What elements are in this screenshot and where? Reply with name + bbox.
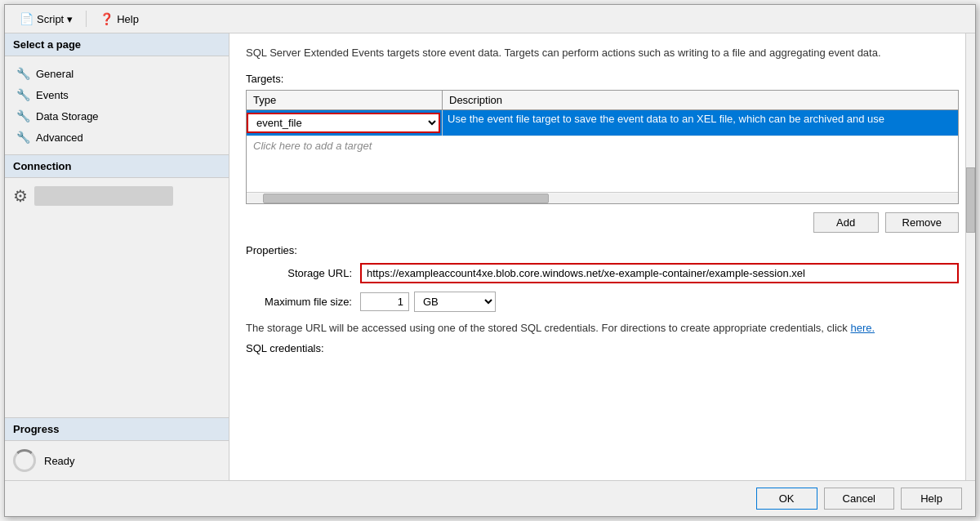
vertical-scrollbar[interactable] bbox=[965, 33, 975, 480]
ok-button[interactable]: OK bbox=[756, 488, 817, 510]
help-label: Help bbox=[117, 13, 139, 25]
sidebar-item-label: Events bbox=[36, 89, 69, 101]
remove-button[interactable]: Remove bbox=[885, 212, 959, 233]
col-description-header: Description bbox=[443, 91, 958, 109]
storage-url-label: Storage URL: bbox=[246, 267, 360, 279]
targets-table: Type Description event_file Use the even… bbox=[246, 90, 959, 204]
footer-help-button[interactable]: Help bbox=[901, 488, 962, 510]
data-storage-icon: 🔧 bbox=[16, 109, 29, 122]
storage-url-value bbox=[360, 263, 959, 283]
connection-section: Connection ⚙ bbox=[5, 154, 229, 214]
connection-header: Connection bbox=[5, 155, 229, 178]
dialog: Script Help Select a page 🔧 General 🔧 Ev… bbox=[4, 4, 976, 517]
sql-credentials-label: SQL credentials: bbox=[246, 342, 959, 354]
connection-icon: ⚙ bbox=[13, 186, 28, 206]
left-panel: Select a page 🔧 General 🔧 Events 🔧 Data … bbox=[5, 33, 229, 480]
toolbar-separator bbox=[86, 11, 87, 27]
properties-label: Properties: bbox=[246, 244, 959, 256]
right-panel: SQL Server Extended Events targets store… bbox=[229, 33, 975, 480]
targets-table-header: Type Description bbox=[247, 91, 958, 110]
footer: OK Cancel Help bbox=[5, 480, 975, 516]
progress-status: Ready bbox=[44, 455, 75, 467]
col-type-header: Type bbox=[247, 91, 443, 109]
scrollbar-track bbox=[247, 194, 958, 203]
general-icon: 🔧 bbox=[16, 67, 29, 80]
events-icon: 🔧 bbox=[16, 88, 29, 101]
max-file-size-row: Maximum file size: KB MB GB TB bbox=[246, 292, 959, 312]
add-target-placeholder[interactable]: Click here to add a target bbox=[247, 136, 958, 155]
file-size-unit-select[interactable]: KB MB GB TB bbox=[414, 292, 496, 312]
sidebar-item-label: Advanced bbox=[36, 131, 83, 144]
main-content: Select a page 🔧 General 🔧 Events 🔧 Data … bbox=[5, 33, 975, 480]
type-cell: event_file bbox=[247, 110, 443, 136]
progress-spinner bbox=[13, 449, 36, 472]
scrollbar-thumb[interactable] bbox=[263, 194, 549, 203]
sidebar-item-label: General bbox=[36, 68, 74, 80]
connection-placeholder bbox=[34, 186, 173, 206]
sidebar-item-general[interactable]: 🔧 General bbox=[5, 63, 229, 84]
file-size-input[interactable] bbox=[360, 292, 409, 311]
type-dropdown-wrapper[interactable]: event_file bbox=[247, 113, 440, 133]
type-select[interactable]: event_file bbox=[248, 114, 439, 131]
help-button[interactable]: Help bbox=[93, 10, 145, 28]
storage-url-input[interactable] bbox=[360, 263, 959, 283]
description-cell: Use the event file target to save the ev… bbox=[443, 110, 958, 136]
select-page-header: Select a page bbox=[5, 33, 229, 56]
add-remove-buttons: Add Remove bbox=[246, 207, 959, 238]
sidebar-item-events[interactable]: 🔧 Events bbox=[5, 84, 229, 105]
script-button[interactable]: Script bbox=[13, 10, 79, 28]
horizontal-scrollbar[interactable] bbox=[247, 192, 958, 203]
file-size-controls: KB MB GB TB bbox=[360, 292, 959, 312]
vertical-scrollbar-thumb[interactable] bbox=[966, 167, 975, 233]
info-text-before-link: The storage URL will be accessed using o… bbox=[246, 322, 850, 334]
add-button[interactable]: Add bbox=[813, 212, 879, 233]
sidebar-item-data-storage[interactable]: 🔧 Data Storage bbox=[5, 105, 229, 127]
progress-header: Progress bbox=[5, 418, 229, 441]
table-row[interactable]: event_file Use the event file target to … bbox=[247, 110, 958, 136]
progress-body: Ready bbox=[5, 441, 229, 480]
cancel-button[interactable]: Cancel bbox=[824, 488, 894, 510]
here-link[interactable]: here. bbox=[850, 322, 875, 334]
properties-section: Properties: Storage URL: Maximum file si… bbox=[246, 244, 959, 355]
storage-url-row: Storage URL: bbox=[246, 263, 959, 283]
nav-items: 🔧 General 🔧 Events 🔧 Data Storage 🔧 Adva… bbox=[5, 56, 229, 154]
advanced-icon: 🔧 bbox=[16, 131, 29, 144]
connection-body: ⚙ bbox=[5, 178, 229, 214]
toolbar: Script Help bbox=[5, 5, 975, 33]
script-dropdown-arrow bbox=[67, 13, 73, 25]
progress-section: Progress Ready bbox=[5, 417, 229, 480]
description-text: SQL Server Extended Events targets store… bbox=[246, 45, 959, 61]
info-text: The storage URL will be accessed using o… bbox=[246, 320, 959, 336]
help-icon bbox=[100, 12, 114, 25]
targets-table-body: event_file Use the event file target to … bbox=[247, 110, 958, 192]
sidebar-item-advanced[interactable]: 🔧 Advanced bbox=[5, 127, 229, 148]
script-icon bbox=[20, 12, 33, 25]
sidebar-item-label: Data Storage bbox=[36, 110, 99, 122]
targets-label: Targets: bbox=[246, 73, 959, 85]
max-file-size-label: Maximum file size: bbox=[246, 296, 360, 308]
script-label: Script bbox=[37, 13, 64, 25]
